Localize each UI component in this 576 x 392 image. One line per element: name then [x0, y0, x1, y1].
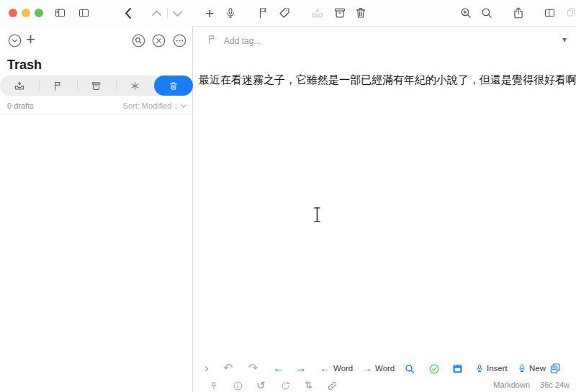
back-icon[interactable]	[124, 7, 132, 19]
word-back-button[interactable]: ← Word	[320, 363, 353, 373]
search-icon[interactable]	[480, 6, 493, 19]
sidebar: + Trash 0 drafts Sort: Modified ↓	[0, 27, 193, 392]
add-tag-field[interactable]: Add tag...	[224, 36, 261, 46]
char-word-count: 36c 24w	[540, 380, 570, 389]
word-back-label: Word	[333, 364, 353, 373]
toggle-panel-layout-icon[interactable]	[78, 7, 90, 19]
dictate-insert-button[interactable]: Insert	[475, 363, 508, 374]
workspace-chevron-icon[interactable]	[7, 33, 22, 48]
tag-icon[interactable]	[278, 6, 291, 19]
sidebar-divider	[0, 114, 193, 114]
redo-icon[interactable]: ↷	[248, 363, 258, 374]
toggle-sidebar-icon[interactable]	[54, 7, 66, 19]
word-forward-arrow-icon: →	[361, 363, 372, 373]
filter-trash-tab[interactable]	[154, 76, 193, 96]
new-draft-icon[interactable]: +	[205, 6, 214, 21]
clear-filter-icon[interactable]	[151, 33, 166, 48]
arrange-lines-icon[interactable]: ⇅	[305, 380, 312, 390]
tasks-check-icon[interactable]	[428, 363, 440, 375]
minimize-window-button[interactable]	[22, 9, 30, 17]
filter-inbox-tab[interactable]	[0, 76, 39, 96]
dictate-new-button[interactable]: New	[518, 363, 546, 374]
filter-archive-tab[interactable]	[77, 76, 116, 96]
new-label: New	[529, 364, 546, 373]
filter-segmented-control	[0, 76, 193, 96]
more-options-icon[interactable]	[172, 33, 187, 48]
sort-label: Sort: Modified ↓	[123, 101, 178, 110]
trash-icon[interactable]	[354, 6, 367, 20]
move-cursor-left-icon[interactable]: ←	[273, 363, 284, 374]
close-window-button[interactable]	[9, 9, 17, 17]
word-back-arrow-icon: ←	[320, 363, 330, 373]
archive-box-icon[interactable]	[333, 6, 346, 19]
collapse-editor-header-icon[interactable]: ▾	[562, 35, 567, 44]
search-drafts-icon[interactable]	[131, 33, 146, 48]
pin-toolbar-icon[interactable]	[209, 380, 219, 391]
word-forward-label: Word	[375, 364, 395, 373]
dictate-icon[interactable]	[225, 5, 236, 21]
new-draft-sidebar-icon[interactable]: +	[26, 32, 35, 47]
search-action-icon[interactable]	[404, 363, 415, 375]
ibeam-cursor	[312, 206, 322, 223]
status-bar: Markdown 36c 24w	[493, 380, 570, 389]
insert-label: Insert	[487, 364, 508, 373]
undo-icon[interactable]: ↶	[223, 363, 233, 374]
share-icon[interactable]	[512, 5, 525, 21]
expand-actions-icon[interactable]: ›	[204, 362, 209, 374]
toggle-inspector-icon[interactable]	[544, 7, 556, 19]
draft-text: 最近在看迷霧之子，它雖然是一部已經滿有年紀的小說了，但還是覺得很好看啊。	[199, 73, 576, 86]
filter-all-tab[interactable]	[116, 76, 155, 96]
info-icon[interactable]	[233, 380, 243, 391]
copy-icon[interactable]	[566, 7, 576, 17]
sync-icon[interactable]	[280, 380, 291, 391]
chevron-divider	[167, 8, 168, 18]
move-cursor-right-icon[interactable]: →	[295, 363, 307, 374]
drafts-count: 0 drafts	[7, 101, 34, 110]
zoom-in-icon[interactable]	[459, 6, 472, 19]
insert-mic-icon	[475, 363, 484, 374]
editor-content[interactable]: 最近在看迷霧之子，它雖然是一部已經滿有年紀的小說了，但還是覺得很好看啊。	[199, 72, 576, 88]
draft-flag-icon[interactable]	[207, 34, 217, 45]
sort-control[interactable]: Sort: Modified ↓	[123, 101, 186, 110]
filter-flagged-tab[interactable]	[39, 76, 78, 96]
zoom-window-button[interactable]	[35, 9, 43, 17]
word-forward-button[interactable]: → Word	[361, 363, 395, 373]
previous-draft-icon[interactable]	[151, 9, 162, 17]
syntax-badge[interactable]: Markdown	[493, 380, 530, 389]
sort-chevron-icon	[181, 104, 186, 108]
flag-icon[interactable]	[257, 6, 270, 19]
page-title: Trash	[7, 58, 42, 73]
archive-inbox-icon[interactable]	[311, 6, 324, 19]
copy-paste-action-icon[interactable]	[549, 363, 561, 374]
calendar-icon[interactable]	[452, 363, 463, 377]
window-toolbar: +	[0, 0, 576, 27]
editor-top-divider	[193, 26, 576, 27]
version-history-icon[interactable]: ↺	[256, 380, 266, 391]
new-mic-icon	[518, 363, 526, 374]
link-icon[interactable]	[327, 380, 338, 391]
next-draft-icon[interactable]	[172, 10, 183, 17]
